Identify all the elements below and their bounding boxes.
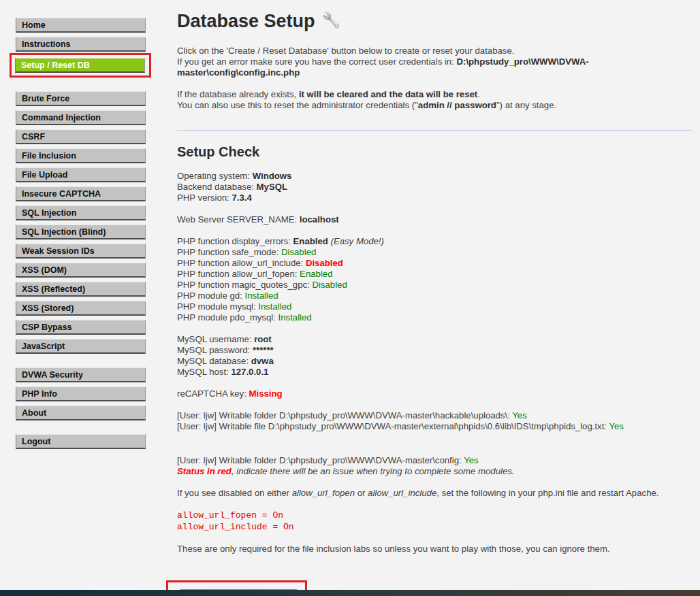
writable-uploads-line: [User: ljw] Writable folder D:\phpstudy_… bbox=[177, 410, 692, 421]
php-check-magic-quotes: PHP function magic_quotes_gpc: Disabled bbox=[177, 280, 692, 291]
recaptcha-line: reCAPTCHA key: Missing bbox=[177, 388, 692, 399]
check-value: Disabled bbox=[306, 258, 343, 268]
recaptcha-label: reCAPTCHA key: bbox=[177, 388, 249, 399]
code-line-fopen: allow_url_fopen = On bbox=[177, 510, 692, 521]
sidebar-item-xss-dom[interactable]: XSS (DOM) bbox=[16, 263, 146, 278]
check-label: PHP function display_errors: bbox=[177, 236, 293, 246]
check-value: Enabled bbox=[300, 269, 332, 279]
sidebar-group-vulnerabilities: Brute Force Command Injection CSRF File … bbox=[16, 91, 146, 354]
main-content: Database Setup 🔧 Click on the 'Create / … bbox=[177, 4, 692, 596]
admin-creds-suffix: ") at any stage. bbox=[496, 100, 556, 110]
mysql-host-value: 127.0.0.1 bbox=[231, 367, 268, 377]
intro-credentials-text: If you get an error make sure you have t… bbox=[177, 56, 456, 67]
server-name-value: localhost bbox=[300, 214, 339, 225]
sidebar-item-instructions[interactable]: Instructions bbox=[16, 37, 146, 52]
mysql-username-line: MySQL username: root bbox=[177, 334, 692, 345]
phpini-em2: allow_url_include bbox=[368, 488, 436, 498]
sidebar-item-xss-reflected[interactable]: XSS (Reflected) bbox=[16, 282, 146, 297]
mysql-database-label: MySQL database: bbox=[177, 356, 251, 366]
reset-note-bold: it will be cleared and the data will be … bbox=[299, 89, 477, 99]
phpini-note: If you see disabled on either allow_url_… bbox=[177, 488, 692, 499]
check-value: Enabled bbox=[293, 236, 328, 246]
sidebar-item-brute-force[interactable]: Brute Force bbox=[16, 91, 146, 106]
sidebar-item-xss-stored[interactable]: XSS (Stored) bbox=[16, 301, 146, 316]
page-title-text: Database Setup bbox=[177, 11, 315, 32]
sidebar-item-javascript[interactable]: JavaScript bbox=[16, 339, 146, 354]
sidebar-item-about[interactable]: About bbox=[16, 405, 146, 420]
mysql-password-label: MySQL password: bbox=[177, 345, 253, 355]
phpini-mid: or bbox=[355, 488, 368, 498]
reset-note-line-2: You can also use this to reset the admin… bbox=[177, 100, 692, 111]
check-label: PHP module gd: bbox=[177, 291, 244, 301]
php-check-allow-url-include: PHP function allow_url_include: Disabled bbox=[177, 258, 692, 269]
check-label: PHP module pdo_mysql: bbox=[177, 312, 279, 322]
section-divider bbox=[177, 130, 692, 131]
wrench-icon: 🔧 bbox=[322, 12, 340, 29]
sidebar-item-csp-bypass[interactable]: CSP Bypass bbox=[16, 320, 146, 335]
mysql-host-line: MySQL host: 127.0.0.1 bbox=[177, 367, 692, 378]
sidebar-group-meta: DVWA Security PHP Info About bbox=[16, 367, 146, 420]
intro-paragraph: Click on the 'Create / Reset Database' b… bbox=[177, 46, 692, 78]
sidebar-item-home[interactable]: Home bbox=[16, 18, 146, 33]
sidebar-item-setup-reset-db[interactable]: Setup / Reset DB bbox=[15, 58, 145, 73]
writable-label: [User: ljw] Writable folder D:\phpstudy_… bbox=[177, 455, 464, 465]
server-name-line: Web Server SERVER_NAME: localhost bbox=[177, 214, 692, 225]
status-note-bold: Status in red bbox=[177, 466, 232, 476]
php-module-gd: PHP module gd: Installed bbox=[177, 291, 692, 301]
intro-line-1: Click on the 'Create / Reset Database' b… bbox=[177, 46, 692, 56]
writable-config-line: [User: ljw] Writable folder D:\phpstudy_… bbox=[177, 455, 692, 466]
status-note-line: Status in red, indicate there will be an… bbox=[177, 466, 692, 477]
writable-value: Yes bbox=[609, 421, 624, 431]
phpini-prefix: If you see disabled on either bbox=[177, 488, 292, 498]
check-value: Disabled bbox=[281, 247, 316, 257]
sidebar-item-sql-injection-blind[interactable]: SQL Injection (Blind) bbox=[16, 225, 146, 239]
server-name-label: Web Server SERVER_NAME: bbox=[177, 214, 300, 225]
mysql-username-label: MySQL username: bbox=[177, 334, 254, 344]
sidebar-item-php-info[interactable]: PHP Info bbox=[16, 386, 146, 401]
php-check-safe-mode: PHP function safe_mode: Disabled bbox=[177, 247, 692, 258]
writable-label: [User: ljw] Writable folder D:\phpstudy_… bbox=[177, 410, 512, 420]
php-version-value: 7.3.4 bbox=[232, 193, 251, 203]
sidebar-item-sql-injection[interactable]: SQL Injection bbox=[16, 205, 146, 220]
mysql-database-line: MySQL database: dvwa bbox=[177, 356, 692, 367]
recaptcha-value: Missing bbox=[249, 388, 283, 399]
mysql-password-line: MySQL password: ****** bbox=[177, 345, 692, 356]
phpini-em1: allow_url_fopen bbox=[292, 488, 355, 498]
sidebar-item-weak-session-ids[interactable]: Weak Session IDs bbox=[16, 244, 146, 259]
sidebar-item-dvwa-security[interactable]: DVWA Security bbox=[16, 367, 146, 382]
phpini-suffix: , set the following in your php.ini file… bbox=[436, 488, 658, 498]
sidebar-item-command-injection[interactable]: Command Injection bbox=[16, 110, 146, 125]
reset-note-line-1: If the database already exists, it will … bbox=[177, 89, 692, 100]
writable-phpids-line: [User: ljw] Writable file D:\phpstudy_pr… bbox=[177, 421, 692, 432]
mysql-database-value: dvwa bbox=[251, 356, 274, 366]
php-module-mysql: PHP module mysql: Installed bbox=[177, 301, 692, 312]
writable-checks-1: [User: ljw] Writable folder D:\phpstudy_… bbox=[177, 410, 692, 432]
page-title: Database Setup 🔧 bbox=[177, 11, 692, 32]
os-line: Operating system: Windows bbox=[177, 171, 692, 182]
check-value: Disabled bbox=[312, 280, 347, 290]
sidebar-group-setup: Home Instructions Setup / Reset DB bbox=[16, 18, 146, 78]
check-label: PHP function allow_url_include: bbox=[177, 258, 306, 268]
sidebar-item-logout[interactable]: Logout bbox=[16, 434, 146, 449]
sidebar-item-file-upload[interactable]: File Upload bbox=[16, 167, 146, 182]
sidebar-item-csrf[interactable]: CSRF bbox=[16, 129, 146, 144]
admin-creds-bold: admin // password bbox=[418, 100, 496, 110]
sidebar-item-file-inclusion[interactable]: File Inclusion bbox=[16, 148, 146, 163]
status-note-rest: , indicate there will be an issue when t… bbox=[232, 466, 515, 476]
check-label: PHP function safe_mode: bbox=[177, 247, 281, 257]
php-version-line: PHP version: 7.3.4 bbox=[177, 193, 692, 203]
mysql-info: MySQL username: root MySQL password: ***… bbox=[177, 334, 692, 378]
mysql-password-value: ****** bbox=[253, 345, 274, 355]
mysql-host-label: MySQL host: bbox=[177, 367, 231, 377]
page-layout: Home Instructions Setup / Reset DB Brute… bbox=[0, 0, 700, 596]
sidebar-item-insecure-captcha[interactable]: Insecure CAPTCHA bbox=[16, 186, 146, 201]
setup-check-heading: Setup Check bbox=[177, 144, 692, 160]
mysql-username-value: root bbox=[254, 334, 272, 344]
check-value: Installed bbox=[244, 291, 278, 301]
reset-note-prefix: If the database already exists, bbox=[177, 89, 299, 99]
footer-bar bbox=[0, 590, 700, 596]
writable-checks-2: [User: ljw] Writable folder D:\phpstudy_… bbox=[177, 455, 692, 477]
php-check-allow-url-fopen: PHP function allow_url_fopen: Enabled bbox=[177, 269, 692, 280]
writable-label: [User: ljw] Writable file D:\phpstudy_pr… bbox=[177, 421, 609, 431]
recaptcha-info: reCAPTCHA key: Missing bbox=[177, 388, 692, 399]
